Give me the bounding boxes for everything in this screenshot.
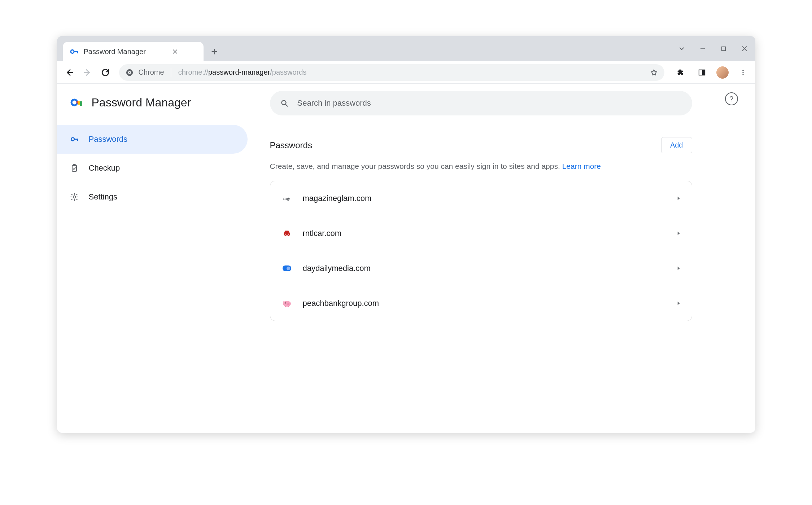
password-domain: peachbankgroup.com xyxy=(303,299,379,308)
page-brand: Password Manager xyxy=(57,92,256,118)
password-domain: daydailymedia.com xyxy=(303,264,371,273)
section-description: Create, save, and manage your passwords … xyxy=(270,162,692,171)
svg-point-17 xyxy=(71,138,74,141)
maximize-button[interactable] xyxy=(718,43,729,54)
svg-point-24 xyxy=(285,234,286,235)
sidebar-nav: Passwords Checkup Settings xyxy=(57,125,256,211)
reload-button[interactable] xyxy=(98,65,113,80)
chevron-right-icon xyxy=(676,301,681,306)
tab-strip: Password Manager xyxy=(57,36,755,61)
sidebar-item-label: Passwords xyxy=(89,135,128,144)
new-tab-button[interactable] xyxy=(207,44,222,59)
help-icon: ? xyxy=(729,95,733,103)
password-manager-logo-icon xyxy=(70,95,84,110)
browser-window: Password Manager xyxy=(57,36,755,433)
svg-point-25 xyxy=(288,234,289,235)
password-row[interactable]: rntlcar.com xyxy=(270,216,692,251)
chevron-right-icon xyxy=(676,231,681,236)
sidebar-item-settings[interactable]: Settings xyxy=(57,183,248,211)
password-domain: magazineglam.com xyxy=(303,194,372,203)
url-prefix: chrome:// xyxy=(178,68,208,76)
svg-rect-3 xyxy=(700,48,705,49)
sidebar-item-label: Checkup xyxy=(89,163,120,173)
section-description-text: Create, save, and manage your passwords … xyxy=(270,162,560,170)
svg-point-29 xyxy=(285,303,286,304)
omnibox-divider xyxy=(171,68,171,77)
svg-point-27 xyxy=(287,267,290,270)
add-password-button[interactable]: Add xyxy=(661,137,692,153)
search-input[interactable]: Search in passwords xyxy=(270,91,692,115)
chevron-right-icon xyxy=(676,196,681,201)
svg-point-13 xyxy=(71,100,77,105)
svg-point-11 xyxy=(742,72,743,73)
password-row[interactable]: peachbankgroup.com xyxy=(270,286,692,321)
svg-point-0 xyxy=(71,50,74,53)
search-placeholder: Search in passwords xyxy=(297,98,371,108)
window-close-button[interactable] xyxy=(739,43,750,54)
tab-title: Password Manager xyxy=(84,48,146,56)
svg-point-10 xyxy=(742,70,743,71)
svg-rect-31 xyxy=(285,306,286,307)
side-panel-icon[interactable] xyxy=(695,65,709,80)
chrome-icon xyxy=(126,69,134,76)
svg-rect-9 xyxy=(702,70,704,75)
learn-more-link[interactable]: Learn more xyxy=(562,162,601,170)
svg-rect-15 xyxy=(80,101,82,106)
sidebar-item-passwords[interactable]: Passwords xyxy=(57,125,248,154)
svg-rect-2 xyxy=(77,51,78,53)
url-host: password-manager xyxy=(208,68,270,76)
omnibox-label: Chrome xyxy=(139,68,164,76)
svg-rect-4 xyxy=(721,47,725,51)
extensions-icon[interactable] xyxy=(673,65,687,80)
password-row[interactable]: mgz magazineglam.com xyxy=(270,181,692,216)
bookmark-star-icon[interactable] xyxy=(650,69,658,76)
menu-icon[interactable] xyxy=(736,65,750,80)
passwords-section: Passwords Add Create, save, and manage y… xyxy=(270,137,692,321)
svg-point-28 xyxy=(283,301,291,307)
site-favicon xyxy=(281,298,293,309)
url-suffix: /passwords xyxy=(270,68,306,76)
svg-rect-32 xyxy=(288,306,289,307)
sidebar-item-label: Settings xyxy=(89,192,118,202)
svg-point-7 xyxy=(128,71,130,73)
svg-point-12 xyxy=(742,74,743,75)
tabs-dropdown-icon[interactable] xyxy=(676,43,687,54)
back-button[interactable] xyxy=(62,65,77,80)
key-icon xyxy=(70,135,79,144)
site-favicon: mgz xyxy=(281,193,293,204)
help-button[interactable]: ? xyxy=(725,92,738,105)
address-bar[interactable]: Chrome chrome://password-manager/passwor… xyxy=(119,64,664,81)
toolbar: Chrome chrome://password-manager/passwor… xyxy=(57,61,755,84)
toolbar-actions xyxy=(671,65,750,80)
site-favicon xyxy=(281,228,293,239)
svg-point-30 xyxy=(287,303,289,305)
profile-avatar[interactable] xyxy=(716,66,729,79)
section-header: Passwords Add xyxy=(270,137,692,153)
sidebar-item-checkup[interactable]: Checkup xyxy=(57,154,248,183)
tab-close-icon[interactable] xyxy=(172,48,178,55)
section-title: Passwords xyxy=(270,140,312,150)
key-icon xyxy=(69,47,79,57)
password-list: mgz magazineglam.com rntlcar.com xyxy=(270,181,692,321)
site-favicon xyxy=(281,263,293,274)
search-icon xyxy=(280,99,289,107)
browser-tab[interactable]: Password Manager xyxy=(63,42,204,61)
svg-rect-19 xyxy=(77,139,78,141)
main-panel: Search in passwords ? Passwords Add Crea… xyxy=(256,84,755,433)
page-content: Password Manager Passwords Checkup Setti… xyxy=(57,84,755,433)
svg-point-22 xyxy=(73,196,75,198)
svg-rect-16 xyxy=(78,101,80,105)
password-row[interactable]: daydailymedia.com xyxy=(270,251,692,286)
chevron-right-icon xyxy=(676,266,681,271)
gear-icon xyxy=(70,193,79,201)
sidebar: Password Manager Passwords Checkup Setti… xyxy=(57,84,256,433)
password-domain: rntlcar.com xyxy=(303,229,342,238)
forward-button[interactable] xyxy=(80,65,95,80)
minimize-button[interactable] xyxy=(697,43,708,54)
page-title: Password Manager xyxy=(92,96,191,109)
clipboard-icon xyxy=(70,164,79,172)
window-controls xyxy=(676,36,750,61)
